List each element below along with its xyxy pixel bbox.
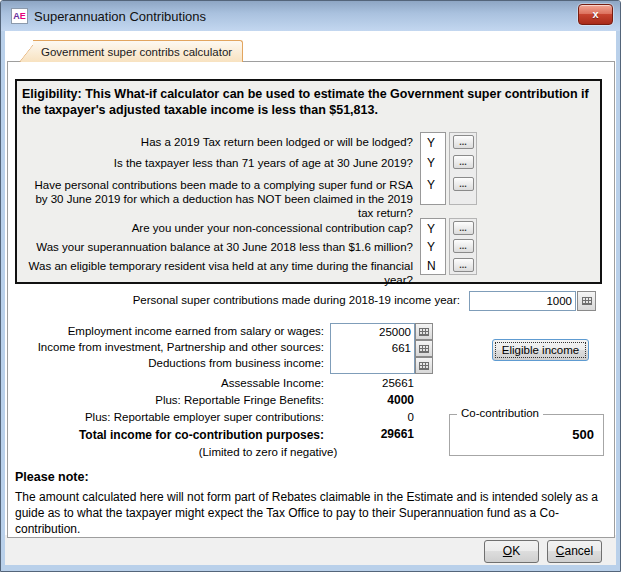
business-deductions-grid-button[interactable] [415, 357, 433, 374]
question-answer-field[interactable]: N [420, 256, 446, 275]
grid-icon [419, 345, 429, 353]
superannuation-contributions-dialog: AE Superannuation Contributions x Govern… [0, 0, 621, 572]
question-row: Has a 2019 Tax return been lodged or wil… [22, 132, 477, 153]
business-deductions-input[interactable] [331, 356, 414, 372]
question-label: Was an eligible temporary resident visa … [22, 256, 420, 287]
employment-income-input[interactable]: 25000 [331, 324, 414, 340]
personal-contributions-input[interactable]: 1000 [469, 291, 576, 311]
co-contribution-group-label: Co-contribution [457, 407, 543, 419]
please-note-body: The amount calculated here will not form… [15, 489, 612, 538]
lookup-ellipsis-button[interactable]: ... [453, 239, 474, 253]
assessable-income-value: 25661 [330, 377, 414, 389]
question-row: Is the taxpayer less than 71 years of ag… [22, 153, 477, 175]
co-contribution-group: Co-contribution 500 [449, 414, 604, 456]
total-income-label: Total income for co-contribution purpose… [8, 428, 324, 442]
lookup-ellipsis-button[interactable]: ... [453, 221, 474, 235]
tab-government-super-contribs-calculator[interactable]: Government super contribs calculator [19, 40, 243, 62]
question-row: Are you under your non-concessional cont… [22, 218, 477, 237]
question-label: Is the taxpayer less than 71 years of ag… [22, 153, 420, 170]
tab-label: Government super contribs calculator [41, 46, 232, 58]
employer-super-value: 0 [330, 411, 414, 423]
grid-icon [419, 362, 429, 370]
lookup-ellipsis-button[interactable]: ... [453, 155, 474, 169]
question-row: Have personal contributions been made to… [22, 175, 477, 205]
question-label: Are you under your non-concessional cont… [22, 218, 420, 235]
investment-income-label: Income from investment, Partnership and … [8, 341, 324, 353]
fringe-benefits-label: Plus: Reportable Fringe Benefits: [8, 394, 324, 406]
ok-button-label: K [512, 544, 520, 558]
close-icon: x [592, 8, 598, 20]
assessable-income-label: Assessable Income: [8, 377, 324, 389]
employer-super-label: Plus: Reportable employer super contribu… [8, 411, 324, 423]
ok-button-accesskey: O [503, 544, 512, 558]
app-logo-letter-e: E [20, 11, 26, 21]
title-bar[interactable]: AE Superannuation Contributions x [1, 1, 620, 31]
business-deductions-label: Deductions from business income: [8, 357, 324, 369]
eligibility-questions: Has a 2019 Tax return been lodged or wil… [22, 132, 477, 288]
question-answer-field[interactable]: Y [420, 237, 446, 256]
question-label: Have personal contributions been made to… [22, 175, 420, 220]
question-answer-field[interactable]: Y [420, 218, 446, 237]
question-group-1: Has a 2019 Tax return been lodged or wil… [22, 132, 477, 205]
dialog-client-area: Government super contribs calculator Eli… [5, 31, 616, 565]
cancel-button[interactable]: Cancel [547, 540, 602, 563]
question-answer-field[interactable]: Y [420, 175, 446, 205]
employment-income-grid-button[interactable] [415, 323, 433, 340]
close-button[interactable]: x [578, 4, 613, 25]
eligibility-heading: Eligibility: This What-if calculator can… [17, 81, 595, 119]
app-logo-icon: AE [11, 8, 28, 24]
question-row: Was an eligible temporary resident visa … [22, 256, 477, 275]
limited-to-zero-note: (Limited to zero if negative) [103, 446, 433, 458]
lookup-ellipsis-button[interactable]: ... [453, 258, 474, 272]
question-label: Has a 2019 Tax return been lodged or wil… [22, 132, 420, 149]
grid-icon [582, 297, 592, 305]
income-fields-box: 25000 661 [330, 323, 415, 374]
please-note-heading: Please note: [15, 470, 89, 484]
footer-strip: OK Cancel [5, 535, 616, 565]
eligibility-panel: Eligibility: This What-if calculator can… [15, 79, 602, 284]
cancel-button-label: ancel [564, 544, 593, 558]
total-income-value: 29661 [330, 427, 414, 441]
ok-button[interactable]: OK [484, 540, 539, 563]
question-row: Was your superannuation balance at 30 Ju… [22, 237, 477, 256]
window-title: Superannuation Contributions [34, 9, 206, 24]
co-contribution-value: 500 [572, 427, 594, 442]
lookup-ellipsis-button[interactable]: ... [453, 177, 474, 191]
lookup-ellipsis-button[interactable]: ... [453, 135, 474, 149]
investment-income-grid-button[interactable] [415, 340, 433, 357]
fringe-benefits-value: 4000 [330, 393, 414, 407]
grid-icon [419, 328, 429, 336]
question-answer-field[interactable]: Y [420, 132, 446, 153]
tab-page: Eligibility: This What-if calculator can… [7, 61, 615, 538]
question-answer-field[interactable]: Y [420, 153, 446, 175]
personal-contributions-label: Personal super contributions made during… [8, 294, 460, 306]
employment-income-label: Employment income earned from salary or … [8, 325, 324, 337]
question-group-2: Are you under your non-concessional cont… [22, 218, 477, 275]
investment-income-input[interactable]: 661 [331, 340, 414, 356]
eligible-income-button[interactable]: Eligible income [492, 339, 589, 361]
personal-contributions-grid-button[interactable] [577, 291, 596, 311]
question-label: Was your superannuation balance at 30 Ju… [22, 237, 420, 254]
